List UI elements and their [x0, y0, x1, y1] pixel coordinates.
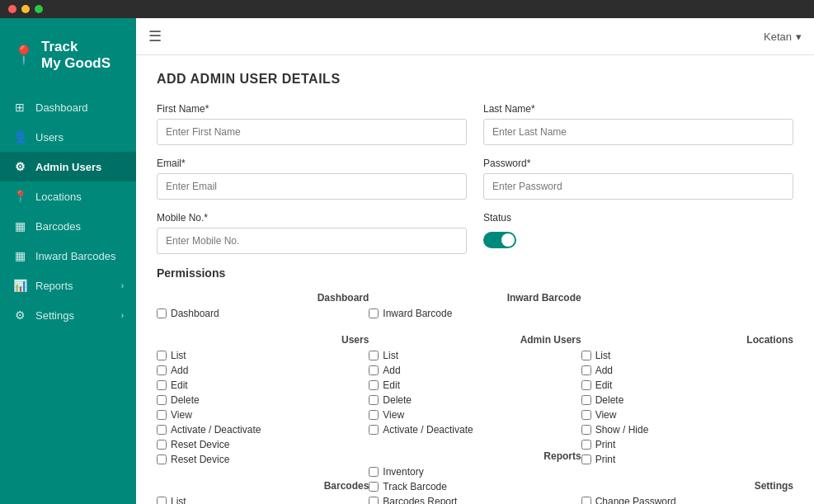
topbar: ☰ Ketan ▾	[136, 18, 814, 55]
last-name-group: Last Name*	[483, 103, 793, 145]
first-name-group: First Name*	[157, 103, 467, 145]
sidebar-item-barcodes[interactable]: ▦ Barcodes	[0, 211, 136, 241]
inward-barcodes-icon: ▦	[12, 249, 27, 262]
email-input[interactable]	[157, 173, 467, 200]
perm-label: Add	[383, 365, 400, 376]
perm-label: Edit	[171, 379, 188, 391]
perm-users-list: List	[157, 350, 369, 361]
status-toggle[interactable]	[483, 232, 793, 248]
maximize-button[interactable]	[35, 5, 43, 13]
name-row: First Name* Last Name*	[157, 103, 793, 145]
perm-label: Edit	[595, 379, 613, 391]
permissions-title: Permissions	[157, 266, 793, 280]
perm-locations-print2: Print	[581, 454, 793, 465]
email-label: Email*	[157, 158, 467, 169]
barcodes-items: List Add View Export	[157, 496, 369, 504]
sidebar-item-inward-barcodes[interactable]: ▦ Inward Barcodes	[0, 241, 136, 271]
sidebar-item-reports[interactable]: 📊 Reports ›	[0, 271, 136, 300]
last-name-input[interactable]	[483, 119, 793, 145]
users-permissions: Users List Add Edit Delete View Activate…	[157, 334, 369, 465]
perm-checkbox-users-activate[interactable]	[157, 425, 167, 435]
perm-checkbox-locations-print1[interactable]	[581, 440, 591, 450]
perm-checkbox-admin-edit[interactable]	[369, 380, 379, 390]
perm-checkbox-reports-track[interactable]	[369, 482, 379, 492]
perm-inward-barcode: Inward Barcode	[369, 308, 581, 319]
barcodes-permissions: Barcodes List Add View Export	[157, 480, 369, 504]
sidebar-item-label: Barcodes	[35, 220, 81, 233]
perm-checkbox-locations-list[interactable]	[581, 351, 591, 360]
perm-locations-print1: Print	[581, 439, 793, 450]
perm-checkbox-inward-barcode[interactable]	[369, 309, 379, 318]
sidebar-item-settings[interactable]: ⚙ Settings ›	[0, 300, 136, 330]
sidebar-navigation: ⊞ Dashboard 👤 Users ⚙ Admin Users 📍 Loca…	[0, 92, 136, 504]
locations-items: List Add Edit Delete View Show / Hide Pr…	[581, 350, 793, 465]
menu-toggle-button[interactable]: ☰	[148, 27, 162, 45]
reports-icon: 📊	[12, 279, 27, 292]
perm-checkbox-barcodes-list[interactable]	[157, 497, 167, 504]
perm-checkbox-users-view[interactable]	[157, 410, 167, 420]
sidebar-item-label: Locations	[35, 191, 82, 203]
perm-checkbox-dashboard[interactable]	[157, 309, 167, 318]
perm-users-edit: Edit	[157, 379, 369, 391]
perm-locations-edit: Edit	[581, 379, 793, 391]
logo-icon: 📍	[12, 45, 35, 66]
perm-checkbox-admin-delete[interactable]	[369, 395, 379, 405]
perm-checkbox-locations-add[interactable]	[581, 365, 591, 375]
perm-checkbox-users-list[interactable]	[157, 351, 167, 360]
perm-checkbox-locations-show-hide[interactable]	[581, 425, 591, 435]
perm-label: Dashboard	[171, 308, 219, 319]
user-menu-arrow-icon: ▾	[796, 31, 802, 43]
perm-checkbox-admin-add[interactable]	[369, 365, 379, 375]
mobile-input[interactable]	[157, 228, 467, 254]
sidebar-item-locations[interactable]: 📍 Locations	[0, 181, 136, 211]
perm-checkbox-admin-list[interactable]	[369, 351, 379, 360]
status-toggle-switch[interactable]	[483, 232, 516, 248]
perm-checkbox-locations-edit[interactable]	[581, 380, 591, 390]
mobile-status-row: Mobile No.* Status	[157, 212, 793, 254]
perm-label: Show / Hide	[595, 424, 649, 436]
perm-checkbox-settings-change-password[interactable]	[581, 497, 591, 504]
password-input[interactable]	[483, 173, 793, 200]
perm-checkbox-reports-inventory[interactable]	[369, 467, 379, 477]
perm-checkbox-users-edit[interactable]	[157, 380, 167, 390]
perm-checkbox-users-reset1[interactable]	[157, 440, 167, 450]
dashboard-group-label: Dashboard	[157, 292, 369, 304]
perm-label: Delete	[595, 394, 624, 406]
admin-users-group-label: Admin Users	[369, 334, 581, 346]
locations-icon: 📍	[12, 190, 27, 203]
sidebar-item-dashboard[interactable]: ⊞ Dashboard	[0, 92, 136, 122]
perm-label: List	[383, 350, 398, 361]
perm-label: Barcodes Report	[383, 496, 457, 504]
perm-checkbox-locations-print2[interactable]	[581, 455, 591, 464]
perm-checkbox-users-reset2[interactable]	[157, 455, 167, 464]
perm-label: Delete	[383, 394, 412, 406]
sidebar-item-users[interactable]: 👤 Users	[0, 122, 136, 152]
reports-arrow-icon: ›	[121, 281, 124, 290]
users-group-label: Users	[157, 334, 369, 346]
perm-checkbox-admin-view[interactable]	[369, 410, 379, 420]
permissions-column-1: Dashboard Dashboard Users	[157, 292, 369, 504]
email-password-row: Email* Password*	[157, 158, 793, 200]
settings-items: Change Password	[581, 496, 793, 504]
sidebar-item-admin-users[interactable]: ⚙ Admin Users	[0, 152, 136, 181]
inward-barcode-permissions: Inward Barcode Inward Barcode	[369, 292, 581, 319]
perm-checkbox-locations-view[interactable]	[581, 410, 591, 420]
page-title: ADD ADMIN USER DETAILS	[157, 72, 793, 87]
first-name-label: First Name*	[157, 103, 467, 115]
password-group: Password*	[483, 158, 793, 200]
minimize-button[interactable]	[21, 5, 30, 13]
user-menu[interactable]: Ketan ▾	[764, 31, 802, 43]
perm-checkbox-users-delete[interactable]	[157, 395, 167, 405]
perm-checkbox-users-add[interactable]	[157, 365, 167, 375]
perm-users-activate: Activate / Deactivate	[157, 424, 369, 436]
locations-group-label: Locations	[581, 334, 793, 346]
perm-checkbox-admin-activate[interactable]	[369, 425, 379, 435]
settings-permissions: Settings Change Password	[581, 480, 793, 504]
settings-group-label: Settings	[581, 480, 793, 492]
perm-checkbox-locations-delete[interactable]	[581, 395, 591, 405]
perm-checkbox-reports-barcodes[interactable]	[369, 497, 379, 504]
perm-admin-list: List	[369, 350, 581, 361]
first-name-input[interactable]	[157, 119, 467, 145]
close-button[interactable]	[8, 5, 16, 13]
sidebar-item-label: Dashboard	[35, 101, 88, 114]
